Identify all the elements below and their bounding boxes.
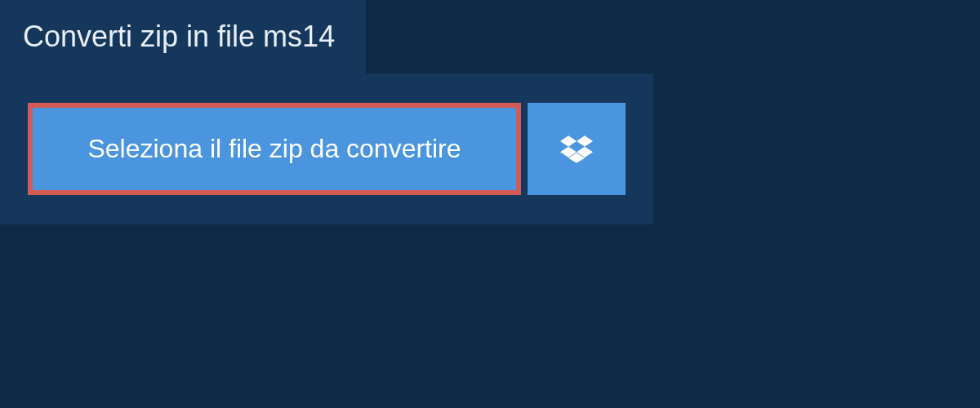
select-file-button[interactable]: Seleziona il file zip da convertire [28,103,521,195]
page-title: Converti zip in file ms14 [23,20,335,53]
dropbox-icon [560,133,593,166]
dropbox-button[interactable] [528,103,626,195]
page-title-tab: Converti zip in file ms14 [0,0,366,73]
conversion-panel: Seleziona il file zip da convertire [0,73,653,224]
select-file-label: Seleziona il file zip da convertire [87,134,461,164]
